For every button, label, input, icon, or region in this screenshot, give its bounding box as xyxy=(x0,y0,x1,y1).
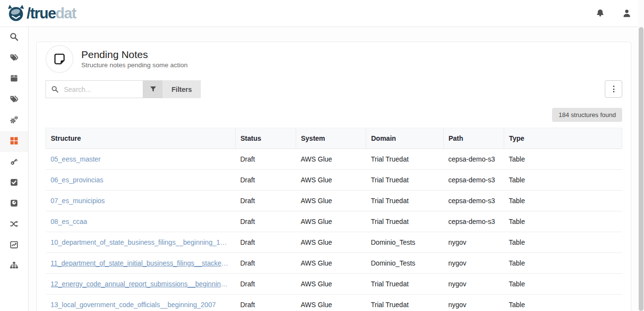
structures-table: Structure Status System Domain Path Type… xyxy=(45,128,622,311)
status-cell: Draft xyxy=(236,149,296,170)
table-row: 10_department_of_state_business_filings_… xyxy=(46,232,622,253)
column-header-domain[interactable]: Domain xyxy=(366,128,444,149)
table-row: 12_energy_code_annual_report_submissions… xyxy=(46,274,622,295)
domain-cell: Trial Truedat xyxy=(366,211,444,232)
filters-button[interactable]: Filters xyxy=(163,80,201,98)
search-input[interactable] xyxy=(63,85,137,94)
chart-line-icon xyxy=(10,240,18,251)
scrollbar-thumb[interactable] xyxy=(639,27,644,311)
table-row: 13_local_government_code_officials__begi… xyxy=(46,295,622,311)
system-cell: AWS Glue xyxy=(296,191,366,211)
status-cell: Draft xyxy=(236,295,296,311)
structure-link[interactable]: 11_department_of_state_initial_business_… xyxy=(51,259,231,267)
type-cell: Table xyxy=(504,170,622,191)
sidebar-item-gauge[interactable] xyxy=(0,193,28,214)
type-cell: Table xyxy=(504,211,622,232)
sidebar-item-tags[interactable] xyxy=(0,48,28,69)
main-area: Pending Notes Structure notes pending so… xyxy=(29,27,644,311)
domain-cell: Dominio_Tests xyxy=(366,232,444,253)
path-cell: nygov xyxy=(444,232,504,253)
column-header-type[interactable]: Type xyxy=(504,128,622,149)
path-cell: nygov xyxy=(444,274,504,295)
search-box xyxy=(45,80,143,98)
truedat-logo[interactable]: /truedat xyxy=(7,4,76,23)
box-icon xyxy=(10,74,18,85)
funnel-icon xyxy=(150,86,157,93)
structure-link[interactable]: 07_es_municipios xyxy=(51,197,231,205)
cogs-icon xyxy=(10,116,18,126)
filter-funnel-button[interactable] xyxy=(143,80,163,98)
domain-cell: Trial Truedat xyxy=(366,274,444,295)
user-icon[interactable] xyxy=(622,9,631,18)
grid-icon xyxy=(10,136,18,147)
page-title: Pending Notes xyxy=(81,49,188,60)
structure-link[interactable]: 13_local_government_code_officials__begi… xyxy=(51,301,231,309)
sidebar-item-structures-active[interactable] xyxy=(0,131,28,152)
sidebar-item-cogs[interactable] xyxy=(0,110,28,131)
sidebar-item-search[interactable] xyxy=(0,27,28,48)
table-row: 11_department_of_state_initial_business_… xyxy=(46,253,622,274)
type-cell: Table xyxy=(504,149,622,170)
system-cell: AWS Glue xyxy=(296,232,366,253)
kebab-icon xyxy=(613,86,614,87)
sitemap-icon xyxy=(10,261,18,272)
table-row: 08_es_ccaa Draft AWS Glue Trial Truedat … xyxy=(46,211,622,232)
type-cell: Table xyxy=(504,232,622,253)
domain-cell: Dominio_Tests xyxy=(366,253,444,274)
note-icon xyxy=(45,45,74,73)
pending-notes-card: Pending Notes Structure notes pending so… xyxy=(36,42,631,311)
path-cell: cepsa-demo-s3 xyxy=(444,149,504,170)
status-cell: Draft xyxy=(236,253,296,274)
table-row: 06_es_provincias Draft AWS Glue Trial Tr… xyxy=(46,170,622,191)
sidebar-item-check[interactable] xyxy=(0,173,28,193)
domain-cell: Trial Truedat xyxy=(366,191,444,211)
system-cell: AWS Glue xyxy=(296,274,366,295)
structure-link[interactable]: 06_es_provincias xyxy=(51,176,231,184)
sidebar-item-tags-2[interactable] xyxy=(0,89,28,110)
sidebar-item-chart[interactable] xyxy=(0,235,28,256)
status-cell: Draft xyxy=(236,191,296,211)
toolbar: Filters xyxy=(45,80,622,98)
key-icon xyxy=(10,157,18,168)
sidebar-item-key[interactable] xyxy=(0,152,28,173)
domain-cell: Trial Truedat xyxy=(366,149,444,170)
sidebar-item-box[interactable] xyxy=(0,69,28,89)
domain-cell: Trial Truedat xyxy=(366,170,444,191)
search-icon xyxy=(10,32,18,43)
page-head: Pending Notes Structure notes pending so… xyxy=(45,45,622,73)
type-cell: Table xyxy=(504,253,622,274)
path-cell: cepsa-demo-s3 xyxy=(444,191,504,211)
type-cell: Table xyxy=(504,295,622,311)
system-cell: AWS Glue xyxy=(296,295,366,311)
structure-link[interactable]: 08_es_ccaa xyxy=(51,218,231,225)
bell-icon[interactable] xyxy=(596,9,605,18)
column-header-structure[interactable]: Structure xyxy=(46,128,236,149)
table-row: 05_eess_master Draft AWS Glue Trial True… xyxy=(46,149,622,170)
kebab-menu-button[interactable] xyxy=(605,80,622,98)
system-cell: AWS Glue xyxy=(296,149,366,170)
structure-link[interactable]: 10_department_of_state_business_filings_… xyxy=(51,238,231,246)
sidebar-item-shuffle[interactable] xyxy=(0,214,28,235)
path-cell: nygov xyxy=(444,253,504,274)
sidebar xyxy=(0,27,29,311)
page-scrollbar[interactable] xyxy=(638,0,644,311)
logo-text: /truedat xyxy=(27,6,76,21)
table-header-row: Structure Status System Domain Path Type xyxy=(46,128,622,149)
system-cell: AWS Glue xyxy=(296,253,366,274)
structure-link[interactable]: 12_energy_code_annual_report_submissions… xyxy=(51,280,231,288)
path-cell: cepsa-demo-s3 xyxy=(444,170,504,191)
system-cell: AWS Glue xyxy=(296,211,366,232)
results-count-badge: 184 structures found xyxy=(552,108,622,122)
type-cell: Table xyxy=(504,274,622,295)
status-cell: Draft xyxy=(236,274,296,295)
shuffle-icon xyxy=(10,220,18,230)
path-cell: nygov xyxy=(444,295,504,311)
structure-link[interactable]: 05_eess_master xyxy=(51,155,231,163)
column-header-status[interactable]: Status xyxy=(236,128,296,149)
column-header-system[interactable]: System xyxy=(296,128,366,149)
gauge-icon xyxy=(10,199,18,209)
column-header-path[interactable]: Path xyxy=(444,128,504,149)
check-square-icon xyxy=(10,178,18,189)
type-cell: Table xyxy=(504,191,622,211)
sidebar-item-sitemap[interactable] xyxy=(0,256,28,277)
